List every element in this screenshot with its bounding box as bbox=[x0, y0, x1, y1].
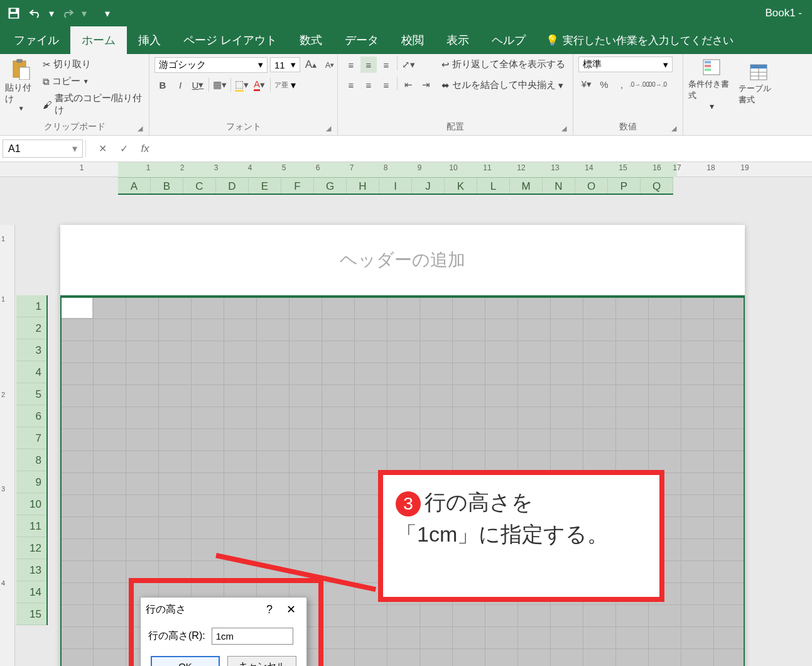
col-header-K[interactable]: K bbox=[445, 178, 477, 194]
vruler-tick: 2 bbox=[1, 391, 5, 398]
col-header-J[interactable]: J bbox=[412, 178, 445, 194]
col-header-N[interactable]: N bbox=[543, 178, 575, 194]
col-header-M[interactable]: M bbox=[510, 178, 543, 194]
col-header-O[interactable]: O bbox=[575, 178, 608, 194]
save-button[interactable] bbox=[5, 4, 23, 22]
paste-icon bbox=[12, 58, 31, 80]
underline-button[interactable]: U▾ bbox=[190, 77, 206, 93]
enter-formula-button[interactable]: ✓ bbox=[113, 139, 134, 158]
copy-button[interactable]: ⧉ コピー ▼ bbox=[41, 74, 144, 89]
tab-formulas[interactable]: 数式 bbox=[288, 26, 333, 54]
tab-page-layout[interactable]: ページ レイアウト bbox=[172, 26, 288, 54]
row-header-1[interactable]: 1 bbox=[16, 295, 46, 317]
font-name-combo[interactable]: 游ゴシック▾ bbox=[154, 57, 268, 73]
tab-file[interactable]: ファイル bbox=[3, 26, 70, 54]
tab-help[interactable]: ヘルプ bbox=[480, 26, 537, 54]
align-middle-icon[interactable]: ≡ bbox=[360, 57, 377, 73]
alignment-launcher[interactable]: ◢ bbox=[561, 124, 566, 133]
cancel-button[interactable]: キャンセル bbox=[227, 656, 296, 666]
row-header-3[interactable]: 3 bbox=[16, 339, 46, 361]
table-format-button[interactable]: テーブル書式 bbox=[739, 57, 779, 113]
col-header-B[interactable]: B bbox=[151, 178, 183, 194]
undo-dropdown[interactable]: ▾ bbox=[48, 4, 55, 22]
font-size-combo[interactable]: 11▾ bbox=[270, 57, 300, 72]
redo-button[interactable] bbox=[59, 4, 77, 22]
clipboard-launcher[interactable]: ◢ bbox=[138, 124, 143, 133]
decrease-decimal-icon[interactable]: .00→.0 bbox=[649, 76, 665, 92]
ok-button[interactable]: OK bbox=[151, 656, 220, 666]
number-launcher[interactable]: ◢ bbox=[671, 124, 676, 133]
row-header-12[interactable]: 12 bbox=[16, 537, 46, 559]
bold-button[interactable]: B bbox=[154, 77, 171, 93]
orientation-button[interactable]: ⤢▾ bbox=[400, 57, 416, 73]
tell-me[interactable]: 💡 実行したい作業を入力してください bbox=[537, 27, 742, 54]
col-header-E[interactable]: E bbox=[249, 178, 281, 194]
conditional-format-button[interactable]: 条件付き書式▾ bbox=[688, 57, 735, 113]
col-header-I[interactable]: I bbox=[379, 178, 412, 194]
decrease-font-icon[interactable]: A▾ bbox=[322, 57, 338, 73]
dialog-help-button[interactable]: ? bbox=[259, 601, 280, 618]
col-header-D[interactable]: D bbox=[216, 178, 249, 194]
col-header-C[interactable]: C bbox=[183, 178, 216, 194]
tab-view[interactable]: 表示 bbox=[435, 26, 480, 54]
percent-button[interactable]: % bbox=[596, 76, 612, 92]
row-header-11[interactable]: 11 bbox=[16, 515, 46, 537]
row-header-13[interactable]: 13 bbox=[16, 559, 46, 581]
col-header-H[interactable]: H bbox=[347, 178, 379, 194]
row-header-10[interactable]: 10 bbox=[16, 493, 46, 515]
col-header-A[interactable]: A bbox=[118, 178, 151, 194]
align-right-icon[interactable]: ≡ bbox=[378, 77, 394, 93]
fill-color-button[interactable]: ⬚▾ bbox=[234, 77, 250, 93]
decrease-indent-icon[interactable]: ⇤ bbox=[400, 77, 416, 93]
name-box[interactable]: A1▾ bbox=[3, 139, 83, 158]
col-header-P[interactable]: P bbox=[608, 178, 641, 194]
align-bottom-icon[interactable]: ≡ bbox=[378, 57, 394, 73]
align-top-icon[interactable]: ≡ bbox=[343, 57, 359, 73]
tab-data[interactable]: データ bbox=[333, 26, 390, 54]
font-launcher[interactable]: ◢ bbox=[326, 124, 331, 133]
italic-button[interactable]: I bbox=[172, 77, 188, 93]
row-header-4[interactable]: 4 bbox=[16, 361, 46, 383]
wrap-text-button[interactable]: ↩ 折り返して全体を表示する bbox=[440, 57, 566, 72]
comma-button[interactable]: , bbox=[614, 76, 630, 92]
row-header-14[interactable]: 14 bbox=[16, 581, 46, 603]
col-header-L[interactable]: L bbox=[477, 178, 510, 194]
col-header-F[interactable]: F bbox=[281, 178, 314, 194]
row-header-6[interactable]: 6 bbox=[16, 405, 46, 427]
row-header-5[interactable]: 5 bbox=[16, 383, 46, 405]
qat-customize[interactable]: ▾ bbox=[103, 4, 112, 22]
increase-indent-icon[interactable]: ⇥ bbox=[418, 77, 434, 93]
currency-button[interactable]: ¥▾ bbox=[578, 76, 595, 92]
align-left-icon[interactable]: ≡ bbox=[343, 77, 359, 93]
page-header-placeholder[interactable]: ヘッダーの追加 bbox=[60, 225, 745, 295]
dialog-close-button[interactable]: ✕ bbox=[280, 601, 301, 618]
tab-home[interactable]: ホーム bbox=[70, 26, 127, 54]
formula-input[interactable] bbox=[156, 141, 812, 157]
row-height-input[interactable] bbox=[212, 628, 293, 645]
redo-dropdown[interactable]: ▾ bbox=[80, 4, 88, 22]
cell-a1[interactable] bbox=[60, 297, 93, 319]
cancel-formula-button[interactable]: ✕ bbox=[92, 139, 113, 158]
number-format-combo[interactable]: 標準▾ bbox=[578, 57, 673, 72]
cut-button[interactable]: ✂ 切り取り bbox=[41, 57, 144, 72]
border-button[interactable]: ▦▾ bbox=[212, 77, 228, 93]
tab-insert[interactable]: 挿入 bbox=[127, 26, 172, 54]
ruby-button[interactable]: ア亜 bbox=[273, 77, 290, 93]
increase-decimal-icon[interactable]: .0→.00 bbox=[631, 76, 647, 92]
undo-button[interactable] bbox=[26, 4, 44, 22]
merge-center-button[interactable]: ⬌ セルを結合して中央揃え▾ bbox=[440, 77, 566, 93]
format-painter-button[interactable]: 🖌 書式のコピー/貼り付け bbox=[41, 90, 144, 118]
increase-font-icon[interactable]: A▴ bbox=[303, 57, 319, 73]
col-header-G[interactable]: G bbox=[314, 178, 347, 194]
row-header-7[interactable]: 7 bbox=[16, 427, 46, 449]
font-color-button[interactable]: A▾ bbox=[251, 77, 268, 93]
tab-review[interactable]: 校閲 bbox=[390, 26, 435, 54]
paste-button[interactable]: 貼り付け ▼ bbox=[5, 57, 38, 113]
row-header-8[interactable]: 8 bbox=[16, 449, 46, 471]
row-header-15[interactable]: 15 bbox=[16, 603, 46, 625]
row-header-9[interactable]: 9 bbox=[16, 471, 46, 493]
align-center-icon[interactable]: ≡ bbox=[360, 77, 377, 93]
fx-button[interactable]: fx bbox=[134, 139, 156, 158]
row-header-2[interactable]: 2 bbox=[16, 317, 46, 339]
col-header-Q[interactable]: Q bbox=[641, 178, 673, 194]
